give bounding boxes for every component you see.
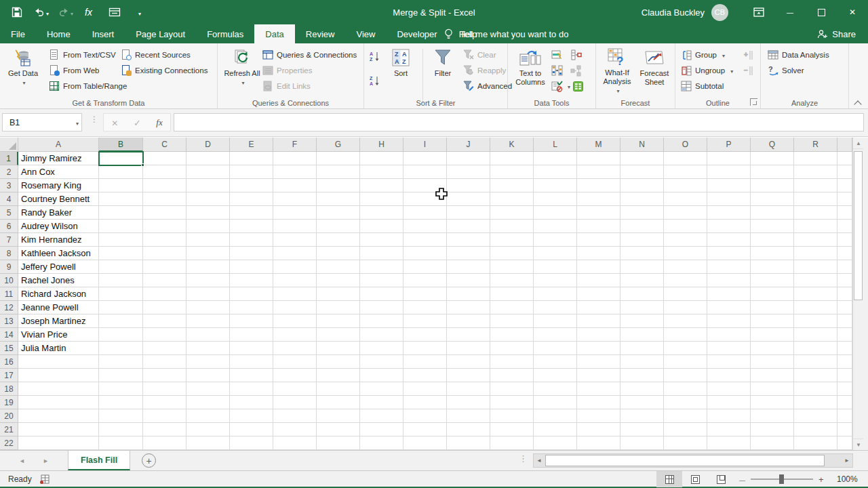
- cell-A21[interactable]: [18, 423, 99, 436]
- tab-file[interactable]: File: [0, 24, 36, 43]
- cell-M17[interactable]: [577, 369, 620, 382]
- cell-J21[interactable]: [447, 423, 490, 436]
- cell-B10[interactable]: [99, 274, 143, 287]
- column-header-g[interactable]: G: [317, 138, 360, 152]
- cell-L20[interactable]: [534, 409, 577, 423]
- cell-E22[interactable]: [230, 436, 273, 450]
- tell-me-box[interactable]: Tell me what you want to do: [444, 24, 568, 43]
- cell-I8[interactable]: [403, 247, 447, 260]
- cell-I21[interactable]: [403, 423, 447, 436]
- row-header-3[interactable]: 3: [0, 179, 18, 192]
- cell-D1[interactable]: [186, 152, 230, 165]
- macro-record-icon[interactable]: [39, 474, 50, 485]
- cell-J4[interactable]: [447, 192, 490, 206]
- cell-N21[interactable]: [620, 423, 664, 436]
- cell-A19[interactable]: [18, 396, 99, 409]
- cell-K6[interactable]: [490, 220, 534, 233]
- cell-E14[interactable]: [230, 328, 273, 342]
- cell-L14[interactable]: [534, 328, 577, 342]
- cell-N19[interactable]: [620, 396, 664, 409]
- row-header-15[interactable]: 15: [0, 342, 18, 355]
- tab-insert[interactable]: Insert: [81, 24, 125, 43]
- cell-Q11[interactable]: [751, 287, 794, 301]
- cell-C7[interactable]: [143, 233, 186, 247]
- cell-Q8[interactable]: [751, 247, 794, 260]
- cell-A12[interactable]: Jeanne Powell: [18, 301, 99, 314]
- column-header-r[interactable]: R: [794, 138, 837, 152]
- cell-E13[interactable]: [230, 314, 273, 328]
- minimize-button[interactable]: [774, 0, 806, 24]
- cell-partial-2[interactable]: [837, 165, 852, 179]
- cell-O13[interactable]: [664, 314, 707, 328]
- cell-J1[interactable]: [447, 152, 490, 165]
- cell-G14[interactable]: [317, 328, 360, 342]
- cell-B13[interactable]: [99, 314, 143, 328]
- cell-Q14[interactable]: [751, 328, 794, 342]
- scroll-up-arrow-icon[interactable]: [853, 138, 864, 149]
- cell-F6[interactable]: [273, 220, 317, 233]
- cell-B12[interactable]: [99, 301, 143, 314]
- cell-Q21[interactable]: [751, 423, 794, 436]
- insert-function-icon[interactable]: fx: [83, 5, 98, 20]
- existing-connections-button[interactable]: Existing Connections: [121, 63, 208, 77]
- cell-P6[interactable]: [707, 220, 751, 233]
- solver-button[interactable]: ? Solver: [768, 63, 804, 77]
- cell-D18[interactable]: [186, 382, 230, 396]
- cell-C20[interactable]: [143, 409, 186, 423]
- cell-H21[interactable]: [360, 423, 403, 436]
- cell-G7[interactable]: [317, 233, 360, 247]
- cell-P16[interactable]: [707, 355, 751, 369]
- cell-P19[interactable]: [707, 396, 751, 409]
- cell-H16[interactable]: [360, 355, 403, 369]
- cell-A18[interactable]: [18, 382, 99, 396]
- remove-duplicates-button[interactable]: [570, 47, 581, 62]
- cell-G13[interactable]: [317, 314, 360, 328]
- row-header-18[interactable]: 18: [0, 382, 18, 396]
- cell-A7[interactable]: Kim Hernandez: [18, 233, 99, 247]
- cell-L11[interactable]: [534, 287, 577, 301]
- avatar[interactable]: CB: [711, 4, 728, 21]
- page-layout-view-button[interactable]: [682, 471, 708, 487]
- cell-partial-7[interactable]: [837, 233, 852, 247]
- cell-H9[interactable]: [360, 260, 403, 274]
- cell-M16[interactable]: [577, 355, 620, 369]
- cell-C14[interactable]: [143, 328, 186, 342]
- cell-B5[interactable]: [99, 206, 143, 220]
- cell-Q10[interactable]: [751, 274, 794, 287]
- cell-Q22[interactable]: [751, 436, 794, 450]
- cell-J7[interactable]: [447, 233, 490, 247]
- cell-D19[interactable]: [186, 396, 230, 409]
- consolidate-button[interactable]: [551, 63, 562, 77]
- page-break-view-button[interactable]: [708, 471, 734, 487]
- cell-O2[interactable]: [664, 165, 707, 179]
- cell-N8[interactable]: [620, 247, 664, 260]
- cell-Q17[interactable]: [751, 369, 794, 382]
- cell-F22[interactable]: [273, 436, 317, 450]
- cell-E18[interactable]: [230, 382, 273, 396]
- user-name[interactable]: Claudia Buckley: [642, 7, 705, 18]
- cell-L9[interactable]: [534, 260, 577, 274]
- cell-H7[interactable]: [360, 233, 403, 247]
- cell-partial-19[interactable]: [837, 396, 852, 409]
- cell-L18[interactable]: [534, 382, 577, 396]
- cell-N12[interactable]: [620, 301, 664, 314]
- cell-K9[interactable]: [490, 260, 534, 274]
- cell-L12[interactable]: [534, 301, 577, 314]
- cell-O17[interactable]: [664, 369, 707, 382]
- flash-fill-button[interactable]: [551, 47, 562, 62]
- cell-G3[interactable]: [317, 179, 360, 192]
- cell-M4[interactable]: [577, 192, 620, 206]
- column-header-h[interactable]: H: [360, 138, 403, 152]
- cell-Q2[interactable]: [751, 165, 794, 179]
- cell-R12[interactable]: [794, 301, 837, 314]
- cell-C1[interactable]: [143, 152, 186, 165]
- cell-I10[interactable]: [403, 274, 447, 287]
- cell-N20[interactable]: [620, 409, 664, 423]
- cell-G2[interactable]: [317, 165, 360, 179]
- cell-H11[interactable]: [360, 287, 403, 301]
- scroll-down-arrow-icon[interactable]: [853, 439, 864, 450]
- cell-H17[interactable]: [360, 369, 403, 382]
- cell-C5[interactable]: [143, 206, 186, 220]
- cell-G1[interactable]: [317, 152, 360, 165]
- cell-L3[interactable]: [534, 179, 577, 192]
